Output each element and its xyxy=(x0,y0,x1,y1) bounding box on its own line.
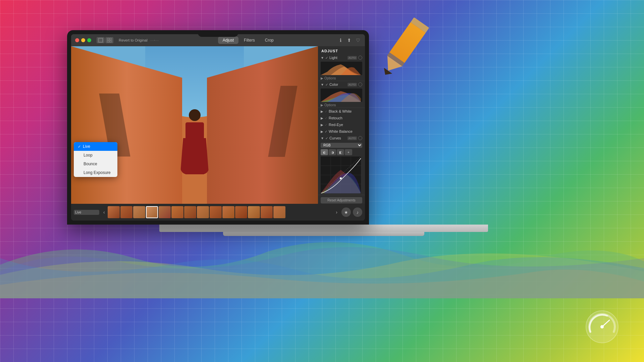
info-icon[interactable]: ℹ xyxy=(337,37,343,43)
filmstrip-next[interactable]: › xyxy=(334,209,339,215)
person-silhouette xyxy=(181,109,208,196)
curves-tools: ◐ ◑ ◧ + xyxy=(321,149,362,155)
laptop-base xyxy=(159,225,488,232)
bw-row[interactable]: ▶ ✓ Black & White xyxy=(318,108,365,115)
svg-rect-3 xyxy=(107,38,109,40)
filmstrip-prev[interactable]: ‹ xyxy=(102,209,106,215)
curve-tool-mid[interactable]: ◑ xyxy=(329,149,336,155)
film-thumb-11[interactable] xyxy=(235,206,247,218)
svg-rect-5 xyxy=(107,41,109,42)
redeye-row[interactable]: ▶ ✓ Red-Eye xyxy=(318,121,365,128)
dropdown-menu: Live Loop Bounce Long Exposure xyxy=(74,142,117,177)
title-icons: ℹ ⬆ ♡ xyxy=(337,37,361,43)
light-auto: AUTO xyxy=(347,56,357,60)
panel-title: ADJUST xyxy=(318,46,365,54)
traffic-lights xyxy=(75,38,91,42)
film-thumb-8[interactable] xyxy=(197,206,209,218)
curves-section: ▼ ✓ Curves AUTO RGB Red xyxy=(318,135,365,195)
retouch-row[interactable]: ▶ ✓ Retouch xyxy=(318,115,365,121)
curves-controls: RGB Red Green Blue ◐ ◑ ◧ xyxy=(318,141,365,195)
film-thumb-4-active[interactable] xyxy=(146,206,158,218)
view-toggle xyxy=(97,37,113,43)
film-thumb-9[interactable] xyxy=(210,206,222,218)
curves-toggle[interactable] xyxy=(358,136,362,140)
retouch-label: Retouch xyxy=(329,116,362,120)
filmstrip-items xyxy=(108,206,333,218)
tab-adjust[interactable]: Adjust xyxy=(218,37,238,44)
light-toggle[interactable] xyxy=(358,56,362,60)
light-histogram xyxy=(321,62,362,75)
app-window: Revert to Original —•— Adjust Filters Cr… xyxy=(71,34,365,221)
dropdown-item-loop[interactable]: Loop xyxy=(74,151,117,160)
color-row[interactable]: ▼ ✓ Color AUTO xyxy=(318,81,365,88)
dropdown-item-long-exposure[interactable]: Long Exposure xyxy=(74,168,117,177)
filmstrip-mode-select[interactable]: Live Loop Bounce Long Exposure xyxy=(74,210,99,215)
maximize-button[interactable] xyxy=(87,38,91,42)
wb-row[interactable]: ▶ ✓ White Balance xyxy=(318,128,365,135)
curves-canvas xyxy=(321,157,361,193)
curve-tool-white[interactable]: ◧ xyxy=(337,149,344,155)
dropdown-item-bounce[interactable]: Bounce xyxy=(74,160,117,168)
laptop-base-area xyxy=(67,225,580,236)
film-thumb-14[interactable] xyxy=(273,206,285,218)
favorite-icon[interactable]: ♡ xyxy=(355,37,361,43)
film-thumb-3[interactable] xyxy=(133,206,145,218)
tab-group: Adjust Filters Crop xyxy=(218,37,278,44)
light-row[interactable]: ▼ ✓ Light AUTO xyxy=(318,54,365,61)
view-single-button[interactable] xyxy=(97,37,105,43)
film-thumb-13[interactable] xyxy=(261,206,273,218)
color-auto: AUTO xyxy=(347,83,357,86)
svg-rect-6 xyxy=(110,41,111,42)
revert-button[interactable]: Revert to Original xyxy=(119,38,148,42)
light-section: ▼ ✓ Light AUTO xyxy=(318,54,365,81)
curves-row[interactable]: ▼ ✓ Curves AUTO xyxy=(318,135,365,141)
curves-channel-select[interactable]: RGB Red Green Blue xyxy=(321,143,362,148)
photo-area: Live Loop Bounce Long Exposure xyxy=(71,46,318,204)
reset-adjustments-button[interactable]: Reset Adjustments xyxy=(321,197,362,203)
filmstrip-selector: Live Loop Bounce Long Exposure xyxy=(74,210,99,215)
speedometer-icon xyxy=(585,310,619,344)
right-panel: ADJUST ▼ ✓ Light AUTO xyxy=(318,46,365,204)
filmstrip-actions: ★ ♪ xyxy=(341,207,362,217)
color-options[interactable]: ▶ Options xyxy=(318,103,365,108)
color-histogram xyxy=(321,88,362,102)
redeye-label: Red-Eye xyxy=(329,123,362,127)
laptop-stand xyxy=(223,232,424,236)
person-body xyxy=(185,122,204,174)
color-toggle[interactable] xyxy=(358,82,362,86)
share-icon[interactable]: ⬆ xyxy=(346,37,352,43)
dropdown-item-live[interactable]: Live xyxy=(74,142,117,151)
laptop-wrapper: Revert to Original —•— Adjust Filters Cr… xyxy=(67,30,580,236)
film-thumb-7[interactable] xyxy=(184,206,196,218)
minimize-button[interactable] xyxy=(81,38,85,42)
color-label: Color xyxy=(329,82,346,86)
bw-label: Black & White xyxy=(329,109,362,113)
curves-header: RGB Red Green Blue xyxy=(321,143,362,148)
laptop-notch xyxy=(198,30,238,37)
svg-rect-2 xyxy=(99,38,103,42)
light-label: Light xyxy=(329,56,346,60)
light-options[interactable]: ▶ Options xyxy=(318,76,365,81)
svg-rect-4 xyxy=(110,38,111,40)
filmstrip-bar: Live Loop Bounce Long Exposure ‹ xyxy=(71,204,365,221)
close-button[interactable] xyxy=(75,38,79,42)
person-head xyxy=(189,109,201,121)
filmstrip-star-button[interactable]: ★ xyxy=(341,207,351,217)
curves-label: Curves xyxy=(329,136,346,140)
laptop-screen-frame: Revert to Original —•— Adjust Filters Cr… xyxy=(67,30,369,225)
svg-point-17 xyxy=(340,177,342,179)
film-thumb-5[interactable] xyxy=(159,206,171,218)
curve-tool-add[interactable]: + xyxy=(345,149,352,155)
film-thumb-12[interactable] xyxy=(248,206,260,218)
laptop-screen: Revert to Original —•— Adjust Filters Cr… xyxy=(71,34,365,221)
film-thumb-6[interactable] xyxy=(171,206,183,218)
tab-filters[interactable]: Filters xyxy=(239,37,260,44)
view-grid-button[interactable] xyxy=(105,37,113,43)
tab-crop[interactable]: Crop xyxy=(260,37,278,44)
film-thumb-10[interactable] xyxy=(222,206,234,218)
curves-auto: AUTO xyxy=(347,136,357,140)
film-thumb-2[interactable] xyxy=(120,206,132,218)
filmstrip-volume-button[interactable]: ♪ xyxy=(353,207,362,217)
film-thumb-1[interactable] xyxy=(108,206,120,218)
curve-tool-black[interactable]: ◐ xyxy=(321,149,328,155)
